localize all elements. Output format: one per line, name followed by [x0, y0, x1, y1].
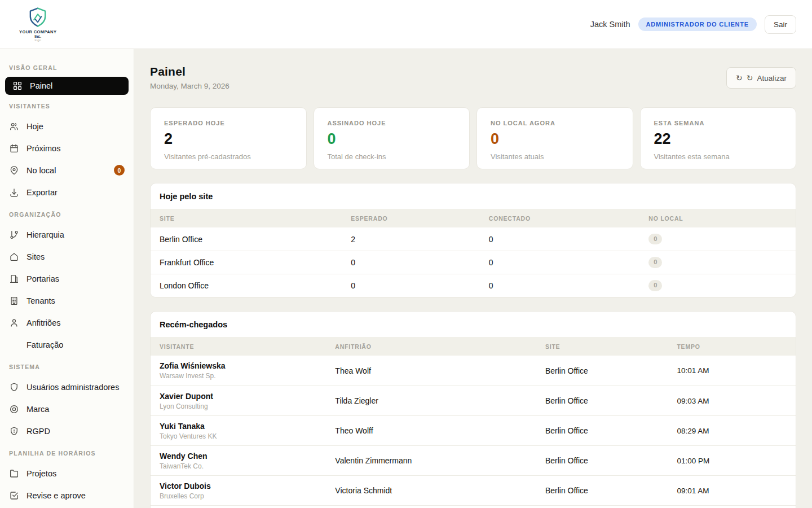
sidebar-section-organizacao: Organização	[0, 203, 134, 224]
logout-button[interactable]: Sair	[765, 15, 796, 34]
column-header: CONECTADO	[489, 215, 649, 222]
stat-label: ESTA SEMANA	[654, 120, 783, 126]
map-pin-icon	[9, 165, 19, 176]
site-table-row[interactable]: Berlin Office200	[151, 227, 796, 251]
page-title: Painel	[150, 65, 230, 78]
site-table-title: Hoje pelo site	[151, 183, 796, 209]
site-table-row[interactable]: Frankfurt Office000	[151, 251, 796, 274]
arrival-row[interactable]: Uma Patel	[151, 505, 796, 508]
user-name: Jack Smith	[590, 20, 630, 29]
sidebar-item-label: Usuários administradores	[27, 383, 119, 392]
visitor-name: Victor Dubois	[160, 481, 335, 491]
shield-dot-icon	[9, 426, 19, 436]
check-square-icon	[9, 491, 19, 501]
host-name: Tilda Ziegler	[335, 396, 545, 405]
sidebar-item-sites[interactable]: Sites	[0, 246, 134, 268]
target-icon	[9, 404, 19, 414]
stat-label: NO LOCAL AGORA	[491, 120, 619, 126]
sidebar-section-visao-geral: Visão geral	[0, 56, 134, 77]
site-name: Berlin Office	[545, 366, 677, 375]
stat-card-esperado-hoje: ESPERADO HOJE2Visitantes pré-cadastrados	[150, 107, 307, 169]
sidebar-item-proximos[interactable]: Próximos	[0, 137, 134, 159]
sidebar-item-label: Marca	[27, 405, 49, 414]
visitor-company: Bruxelles Corp	[160, 492, 335, 500]
sidebar-item-label: Portarias	[27, 274, 59, 283]
arrival-row[interactable]: Wendy ChenTaiwanTek Co.Valentin Zimmerma…	[151, 445, 796, 475]
site-name: Berlin Office	[545, 456, 677, 465]
visitor-name: Xavier Dupont	[160, 392, 335, 401]
sidebar-item-label: Revise e aprove	[27, 491, 86, 500]
refresh-icon: ↻	[747, 73, 753, 82]
site-name: Berlin Office	[545, 486, 677, 495]
site-name: Berlin Office	[545, 426, 677, 435]
sidebar-item-label: RGPD	[27, 427, 50, 436]
sidebar-item-hoje[interactable]: Hoje	[0, 115, 134, 137]
site-table-row[interactable]: London Office000	[151, 274, 796, 297]
refresh-button[interactable]: ↻ ↻ Atualizar	[726, 67, 796, 89]
site-table-header: SITEESPERADOCONECTADONO LOCAL	[151, 209, 796, 227]
no-local-badge: 0	[648, 234, 662, 244]
stat-label: ASSINADO HOJE	[328, 120, 456, 126]
arrival-row[interactable]: Xavier DupontLyon ConsultingTilda Ziegle…	[151, 386, 796, 415]
arrival-time: 10:01 AM	[677, 366, 787, 375]
sidebar-section-visitantes: Visitantes	[0, 95, 134, 115]
sidebar-item-exportar[interactable]: Exportar	[0, 181, 134, 203]
no-local-badge: 0	[648, 257, 662, 268]
sidebar-item-portarias[interactable]: Portarias	[0, 268, 134, 290]
stat-label: ESPERADO HOJE	[164, 120, 293, 126]
sidebar-item-painel[interactable]: Painel	[5, 77, 129, 95]
sidebar-item-revise-e-aprove[interactable]: Revise e aprove	[0, 484, 134, 506]
logo-inc-text: Inc.	[19, 34, 56, 38]
main-content: Painel Monday, March 9, 2026 ↻ ↻ Atualiz…	[134, 49, 812, 508]
arrival-time: 01:00 PM	[677, 457, 787, 465]
sidebar-item-label: Tenants	[27, 296, 55, 305]
column-header: ANFITRIÃO	[335, 343, 545, 350]
sidebar-item-label: Próximos	[27, 144, 60, 153]
sidebar-item-label: No local	[27, 166, 56, 175]
visitor-name: Yuki Tanaka	[160, 422, 335, 431]
conectado-value: 0	[489, 258, 649, 267]
visitor-name: Wendy Chen	[160, 452, 335, 461]
arrival-row[interactable]: Zofia WiśniewskaWarsaw Invest Sp.Thea Wo…	[151, 356, 796, 386]
sidebar-item-no-local[interactable]: No local0	[0, 159, 134, 181]
esperado-value: 0	[351, 281, 489, 290]
arrival-row[interactable]: Yuki TanakaTokyo Ventures KKTheo WolffBe…	[151, 415, 796, 445]
logo-shield-icon	[27, 7, 49, 29]
sidebar-item-label: Projetos	[27, 469, 56, 478]
sidebar-item-label: Painel	[30, 81, 52, 90]
users-icon	[9, 121, 19, 132]
visitor-company: Warsaw Invest Sp.	[160, 372, 335, 380]
arrival-row[interactable]: Victor DuboisBruxelles CorpVictoria Schm…	[151, 475, 796, 505]
column-header: NO LOCAL	[648, 215, 787, 222]
host-name: Thea Wolf	[335, 366, 545, 375]
esperado-value: 2	[351, 235, 489, 244]
calendar-icon	[9, 143, 19, 154]
column-header: SITE	[160, 215, 351, 222]
shield-icon	[9, 382, 19, 392]
sidebar-item-label: Sites	[27, 252, 45, 261]
sidebar-item-hierarquia[interactable]: Hierarquia	[0, 224, 134, 246]
visitor-company: Tokyo Ventures KK	[160, 432, 335, 440]
column-header: VISITANTE	[160, 343, 335, 350]
conectado-value: 0	[489, 281, 649, 290]
stat-value: 22	[654, 132, 783, 147]
sidebar-item-marca[interactable]: Marca	[0, 398, 134, 420]
sidebar-item-tenants[interactable]: Tenants	[0, 290, 134, 312]
sidebar-item-rgpd[interactable]: RGPD	[0, 420, 134, 442]
sidebar-item-anfitrioes[interactable]: Anfitriões	[0, 312, 134, 334]
arrivals-table: Recém-chegados VISITANTEANFITRIÃOSITETEM…	[150, 311, 796, 508]
host-name: Victoria Schmidt	[335, 486, 545, 495]
sidebar: Visão geralPainelVisitantesHojePróximosN…	[0, 49, 134, 508]
site-name: Berlin Office	[160, 235, 351, 244]
sidebar-item-faturacao[interactable]: Faturação	[0, 334, 134, 356]
folder-icon	[9, 468, 19, 479]
visitor-name: Zofia Wiśniewska	[160, 361, 335, 370]
sidebar-item-usuarios-administradores[interactable]: Usuários administradores	[0, 376, 134, 398]
hierarchy-icon	[9, 230, 19, 240]
no-local-badge: 0	[648, 280, 662, 291]
sidebar-item-projetos[interactable]: Projetos	[0, 462, 134, 484]
site-name: London Office	[160, 281, 351, 290]
stat-sub: Visitantes pré-cadastrados	[164, 152, 293, 161]
refresh-icon: ↻	[736, 73, 743, 82]
stat-value: 2	[164, 132, 293, 147]
